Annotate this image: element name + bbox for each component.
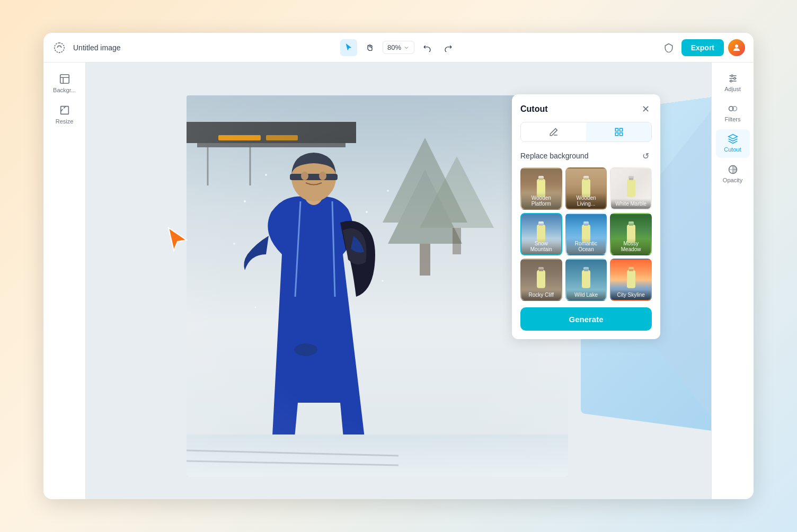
undo-button[interactable] <box>419 39 436 56</box>
svg-rect-33 <box>619 133 622 136</box>
svg-rect-42 <box>627 179 635 197</box>
bg-thumb-rocky-cliff[interactable]: Rocky Cliff <box>520 259 562 301</box>
bg-thumb-city-skyline[interactable]: City Skyline <box>610 259 652 301</box>
bg-label-wild-lake: Wild Lake <box>566 290 606 300</box>
replace-bg-label: Replace background <box>520 152 588 160</box>
svg-rect-37 <box>539 178 543 180</box>
svg-rect-54 <box>537 270 545 288</box>
sidebar-item-cutout[interactable]: Cutout <box>716 129 750 157</box>
cutout-title: Cutout <box>520 104 548 114</box>
main-layout: Backgr... Resize <box>43 63 754 499</box>
svg-rect-52 <box>629 224 633 226</box>
redo-button[interactable] <box>440 39 457 56</box>
svg-rect-61 <box>629 269 633 271</box>
bg-thumb-wooden-platform[interactable]: Wooden Platform <box>520 167 562 210</box>
svg-rect-31 <box>619 128 622 131</box>
header-right: Export <box>660 39 745 56</box>
svg-rect-32 <box>615 133 618 136</box>
bg-label-wooden-living: Wooden Living... <box>566 193 606 209</box>
svg-rect-57 <box>582 270 590 288</box>
svg-point-64 <box>731 75 732 76</box>
cutout-panel: Cutout ✕ <box>512 94 660 339</box>
toolbar-center: 80% <box>340 39 457 56</box>
pattern-tab-button[interactable] <box>586 122 651 141</box>
sidebar-item-filters[interactable]: Filters <box>716 99 750 127</box>
zoom-selector[interactable]: 80% <box>383 41 414 54</box>
sidebar-item-background[interactable]: Backgr... <box>48 69 82 98</box>
left-sidebar: Backgr... Resize <box>43 63 86 499</box>
svg-rect-58 <box>584 269 588 271</box>
sidebar-item-resize[interactable]: Resize <box>48 100 82 129</box>
svg-rect-60 <box>627 270 635 288</box>
sidebar-background-label: Backgr... <box>53 87 76 94</box>
app-logo <box>52 40 67 55</box>
svg-rect-43 <box>629 178 633 180</box>
svg-rect-30 <box>615 128 618 131</box>
svg-point-68 <box>730 80 732 82</box>
cutout-close-button[interactable]: ✕ <box>639 103 652 116</box>
brush-tab-button[interactable] <box>521 122 586 141</box>
bg-thumb-snow-mountain[interactable]: Snow Mountain <box>520 213 562 255</box>
svg-point-66 <box>733 77 735 79</box>
bg-label-city-skyline: City Skyline <box>611 290 651 300</box>
bg-label-wooden-platform: Wooden Platform <box>521 193 561 209</box>
bg-thumb-wild-lake[interactable]: Wild Lake <box>565 259 607 301</box>
sidebar-opacity-label: Opacity <box>723 177 742 184</box>
svg-marker-62 <box>169 228 187 251</box>
replace-bg-header: Replace background ↺ <box>520 149 652 162</box>
sidebar-cutout-label: Cutout <box>724 146 741 153</box>
svg-point-0 <box>735 45 738 48</box>
bg-label-mossy-meadow: Mossy Meadow <box>611 238 651 254</box>
canvas-area: Cutout ✕ <box>86 63 711 499</box>
svg-rect-1 <box>60 75 69 84</box>
bg-label-romantic-ocean: Romantic Ocean <box>566 238 606 254</box>
sidebar-item-adjust[interactable]: Adjust <box>716 69 750 97</box>
svg-rect-36 <box>538 181 544 192</box>
bg-label-white-marble: White Marble <box>611 199 651 209</box>
svg-rect-46 <box>539 224 543 226</box>
sidebar-adjust-label: Adjust <box>724 86 741 93</box>
bg-label-rocky-cliff: Rocky Cliff <box>521 290 561 300</box>
right-sidebar: Adjust Filters Cutout <box>711 63 754 499</box>
cutout-panel-header: Cutout ✕ <box>520 103 652 116</box>
svg-rect-40 <box>584 178 588 180</box>
canvas-image <box>187 95 568 477</box>
cutout-tab-row <box>520 122 652 142</box>
bg-thumb-romantic-ocean[interactable]: Romantic Ocean <box>565 213 607 255</box>
sidebar-filters-label: Filters <box>725 116 741 123</box>
avatar <box>728 39 745 56</box>
header: Untitled image 80% <box>43 33 754 63</box>
svg-rect-49 <box>584 224 588 226</box>
export-button[interactable]: Export <box>681 39 724 56</box>
generate-button[interactable]: Generate <box>520 307 652 331</box>
bg-thumb-mossy-meadow[interactable]: Mossy Meadow <box>610 213 652 255</box>
pan-tool-button[interactable] <box>361 39 378 56</box>
bg-grid: Wooden Platform Wooden Living... <box>520 167 652 301</box>
bg-thumb-wooden-living[interactable]: Wooden Living... <box>565 167 607 210</box>
refresh-button[interactable]: ↺ <box>639 149 652 162</box>
sidebar-resize-label: Resize <box>56 118 74 125</box>
svg-rect-55 <box>539 269 543 271</box>
app-window: Untitled image 80% <box>43 33 754 499</box>
bg-thumb-white-marble[interactable]: White Marble <box>610 167 652 210</box>
sidebar-item-opacity[interactable]: Opacity <box>716 160 750 188</box>
shield-button[interactable] <box>660 39 677 56</box>
select-tool-button[interactable] <box>340 39 357 56</box>
bg-label-snow-mountain: Snow Mountain <box>521 238 561 254</box>
snow-overlay <box>187 95 568 477</box>
zoom-level: 80% <box>387 43 401 51</box>
